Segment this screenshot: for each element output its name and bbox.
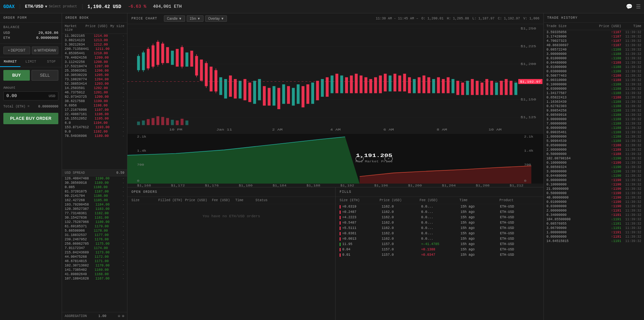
ob-bid-row[interactable]: 81.372010751187.00- — [62, 189, 127, 194]
ob-bid-row[interactable]: 0.0851188.00- — [62, 185, 127, 189]
ob-bid-row[interactable]: 41.898026491168.00- — [62, 272, 127, 276]
ob-ask-row[interactable]: 290.713584411211.00- — [62, 47, 127, 51]
ob-ask-row[interactable]: 6.01194.00- — [62, 121, 127, 125]
ob-ask-row[interactable]: 17.216769961197.00- — [62, 108, 127, 112]
th-trade-size: 104.85500000 — [546, 218, 598, 221]
svg-rect-51 — [239, 81, 242, 98]
fills-row: ≈4.2223 1162.0 0.0... 15h ago ETH-USD — [336, 215, 543, 220]
chevron-down-icon: ▼ — [197, 17, 200, 20]
ob-ask-row[interactable]: 4.853954411210.00- — [62, 51, 127, 56]
ob-bid-row[interactable]: 215.042436891173.00- — [62, 250, 127, 255]
th-trade-time: 11:39:32 — [621, 196, 641, 199]
order-book-panel: ORDER BOOK Market size Price (USD) My si… — [62, 13, 127, 320]
tab-limit[interactable]: LIMIT — [20, 57, 41, 67]
th-trade-size: 21.00000000 — [546, 187, 598, 191]
ob-bid-row[interactable]: 77.731483611182.00- — [62, 211, 127, 216]
th-trade-time: 11:39:32 — [621, 39, 641, 43]
ob-ask-row[interactable]: 14.25035911202.00- — [62, 86, 127, 90]
ob-asks: 11.30221651214.00-3.082141231213.00-3.30… — [62, 34, 127, 169]
ob-ask-row[interactable]: 38.62175881199.00- — [62, 99, 127, 103]
ob-ask-row[interactable]: 9.01192.00- — [62, 130, 127, 134]
ob-ask-row[interactable]: 3.112422561208.00- — [62, 60, 127, 64]
svg-text:4 AM: 4 AM — [330, 128, 341, 131]
ob-ask-row[interactable]: 78.549369961189.00- — [62, 134, 127, 138]
aggregation-increase[interactable]: ⊕ — [122, 314, 124, 319]
ob-bid-row[interactable]: 46.678148151171.00- — [62, 259, 127, 263]
fill-product: ETH-USD — [500, 221, 539, 225]
main-layout: ORDER FORM BALANCE USD 29,026.86 ETH 0.0… — [0, 13, 644, 320]
ob-bid-row[interactable]: 7.911723471174.00- — [62, 246, 127, 250]
svg-rect-63 — [297, 84, 300, 104]
ob-bid-row[interactable]: 99.21417041186.00- — [62, 194, 127, 198]
ob-bid-row[interactable]: 5.665989061178.00- — [62, 229, 127, 233]
th-row: 0.10000000 ↑1190 11:39:32 — [544, 182, 644, 187]
ob-bid-row[interactable]: 239.24679521176.00- — [62, 237, 127, 242]
sell-button[interactable]: SELL — [32, 70, 59, 81]
chat-icon[interactable]: 💬 — [626, 3, 633, 10]
svg-rect-67 — [316, 81, 319, 100]
ob-ask-row[interactable]: 52.388534141203.00- — [62, 82, 127, 86]
th-row: 0.00000000 ↓1188 11:39:32 — [544, 126, 644, 130]
fill-fee: 0.0... — [421, 205, 461, 209]
tab-market[interactable]: MARKET — [0, 57, 20, 67]
buy-button[interactable]: BUY — [3, 70, 30, 81]
ob-bid-row[interactable]: 107.108416281167.00- — [62, 276, 127, 281]
ob-ask-row[interactable]: 22.498671611196.00- — [62, 112, 127, 116]
th-trade-time: 11:39:32 — [621, 205, 641, 208]
ob-bid-row[interactable]: 44.904752681172.00- — [62, 255, 127, 259]
th-trade-size: 14.64515815 — [546, 239, 598, 243]
ob-bid-row[interactable]: 132.752879661180.00- — [62, 220, 127, 224]
ob-ask-row[interactable]: 3.302126341212.00- — [62, 43, 127, 47]
withdraw-button[interactable]: ⊖ WITHDRAW — [32, 47, 59, 54]
ob-bid-row[interactable]: 30.385699181189.00- — [62, 181, 127, 185]
candlestick-chart: $1,250 $1,225 $1,200 $1,175 $1,150 $1,12… — [127, 24, 543, 187]
svg-rect-98 — [466, 81, 469, 95]
ob-ask-row[interactable]: 3.082141231213.00- — [62, 38, 127, 43]
ob-ask-row[interactable]: 16.155120521195.00- — [62, 116, 127, 121]
th-trade-time: 11:39:32 — [621, 200, 641, 204]
place-order-button[interactable]: PLACE BUY ORDER — [3, 113, 58, 124]
pair-info[interactable]: ETH/USD ▼ Select product — [20, 4, 77, 9]
th-row: 0.08569918 ↓1188 11:39:32 — [544, 113, 644, 117]
ob-bid-row[interactable]: 102.307136021170.00- — [62, 263, 127, 268]
ob-bid-row[interactable]: 256.060627051175.00- — [62, 242, 127, 246]
fills-row: ≈0.0013 1162.0 0.0... 15h ago ETH-USD — [336, 236, 543, 242]
tab-stop[interactable]: STOP — [41, 57, 62, 67]
th-row: 0.00000000 ↑1191 11:39:32 — [544, 235, 644, 239]
ob-bid-row[interactable]: 61.691853711179.00- — [62, 224, 127, 229]
menu-icon[interactable]: ☰ — [636, 3, 641, 10]
ob-ask-row[interactable]: 46.73759121201.00- — [62, 90, 127, 95]
fill-size: ≈0.0013 — [342, 237, 382, 241]
ob-bid-row[interactable]: 120.305273871183.00- — [62, 207, 127, 211]
ob-bid-row[interactable]: 141.73854021169.00- — [62, 268, 127, 272]
th-row: 0.03000000 ↑1190 11:39:32 — [544, 204, 644, 209]
fills-col-product: Product — [500, 198, 539, 202]
ob-ask-row[interactable]: 25.359033611206.00- — [62, 69, 127, 73]
ob-ask-row[interactable]: 153.871476121193.00- — [62, 125, 127, 130]
price-change: -6.63 % — [128, 4, 147, 9]
amount-input[interactable] — [6, 93, 33, 98]
usd-balance-row: USD 29,026.86 — [3, 31, 58, 35]
th-trade-price: ↓1191 — [598, 239, 621, 243]
ob-ask-row[interactable]: 11.30221651214.00- — [62, 34, 127, 38]
deposit-button[interactable]: + DEPOSIT — [3, 47, 30, 54]
ob-ask-row[interactable]: 19.305302291205.00- — [62, 73, 127, 77]
ob-bid-row[interactable]: 30.154278361181.00- — [62, 216, 127, 220]
candle-button[interactable]: Candle ▼ — [164, 15, 185, 22]
ob-ask-row[interactable]: 79.449241561209.00- — [62, 56, 127, 60]
ob-bid-row[interactable]: 31.188325371177.00- — [62, 233, 127, 237]
aggregation-decrease[interactable]: ⊖ — [118, 314, 120, 319]
interval-button[interactable]: 15m ▼ — [187, 15, 203, 22]
ob-bid-row[interactable]: 193.792004581184.00- — [62, 203, 127, 207]
ob-ask-row[interactable]: 73.108207741204.00- — [62, 77, 127, 82]
ob-ask-row[interactable]: 0.69561198.00- — [62, 103, 127, 108]
ob-bid-row[interactable]: 162.4272681185.00- — [62, 198, 127, 203]
th-trade-price: ↑1188 — [598, 74, 621, 78]
eth-balance-row: ETH 0.00000000 — [3, 36, 58, 40]
ob-bid-row[interactable]: 126.408474881190.00- — [62, 176, 127, 181]
oo-col-size: Size — [131, 198, 158, 202]
ob-ask-row[interactable]: 17.532194741207.00- — [62, 64, 127, 69]
svg-rect-97 — [461, 83, 464, 95]
ob-ask-row[interactable]: 92.973437251200.00- — [62, 95, 127, 99]
overlay-button[interactable]: Overlay ▼ — [205, 15, 227, 22]
